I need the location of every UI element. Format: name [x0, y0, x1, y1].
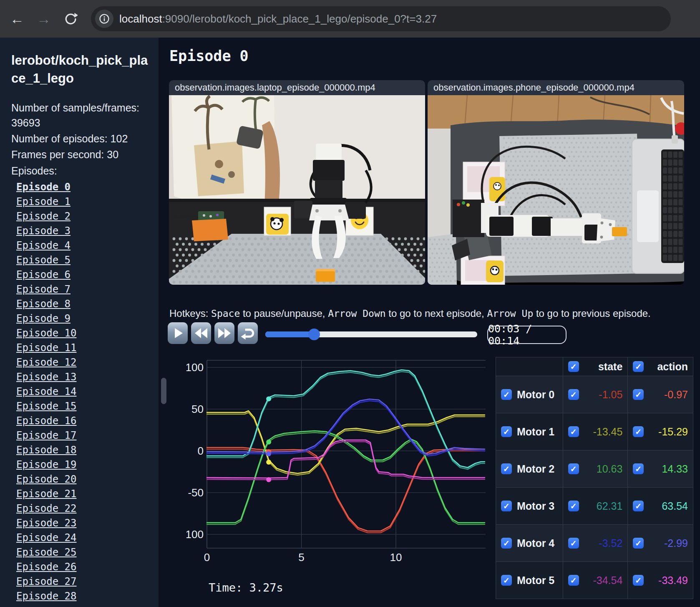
episode-list-item: Episode 6: [16, 268, 149, 282]
loop-button[interactable]: [238, 322, 258, 344]
rewind-icon: [194, 327, 208, 339]
motor-name-cell: ✓Motor 4: [496, 525, 563, 562]
browser-forward-button[interactable]: →: [34, 9, 53, 28]
loop-icon: [239, 325, 256, 341]
browser-back-button[interactable]: ←: [8, 9, 27, 28]
motor-name: Motor 1: [517, 426, 554, 438]
seek-slider[interactable]: [265, 331, 477, 337]
episode-link[interactable]: Episode 1: [16, 196, 71, 207]
episode-link[interactable]: Episode 3: [16, 225, 71, 237]
checkbox[interactable]: ✓: [568, 463, 579, 474]
motor-state-cell: ✓10.63: [563, 450, 628, 488]
checkbox[interactable]: ✓: [568, 575, 579, 586]
motor-table: ✓state✓action✓Motor 0✓-1.05✓-0.97✓Motor …: [496, 357, 693, 599]
episode-link[interactable]: Episode 26: [16, 561, 77, 573]
episode-link[interactable]: Episode 10: [16, 327, 77, 339]
motor-name-cell: ✓Motor 5: [496, 562, 563, 599]
checkbox[interactable]: ✓: [501, 538, 512, 549]
checkbox[interactable]: ✓: [501, 501, 512, 511]
episode-list-item: Episode 5: [16, 253, 149, 268]
episode-list-item: Episode 8: [16, 297, 149, 311]
checkbox[interactable]: ✓: [568, 501, 579, 511]
rewind-button[interactable]: [191, 322, 211, 344]
episode-link[interactable]: Episode 22: [16, 503, 77, 514]
fast-forward-button[interactable]: [214, 322, 234, 344]
episode-list-item: Episode 17: [16, 428, 149, 443]
episode-link[interactable]: Episode 13: [16, 371, 77, 383]
svg-text:10: 10: [390, 551, 402, 564]
episode-link[interactable]: Episode 17: [16, 430, 77, 441]
checkbox[interactable]: ✓: [633, 361, 644, 372]
svg-text:50: 50: [191, 403, 204, 415]
episode-link[interactable]: Episode 27: [16, 576, 77, 587]
checkbox[interactable]: ✓: [501, 426, 512, 437]
episode-link[interactable]: Episode 8: [16, 298, 71, 310]
url-bar[interactable]: localhost:9090/lerobot/koch_pick_place_1…: [91, 6, 671, 31]
checkbox[interactable]: ✓: [633, 463, 644, 474]
episode-link[interactable]: Episode 21: [16, 488, 77, 500]
episode-list-item: Episode 18: [16, 443, 149, 458]
episode-link[interactable]: Episode 23: [16, 517, 77, 529]
checkbox[interactable]: ✓: [633, 389, 644, 400]
table-row: ✓Motor 5✓-34.54✓-33.49: [496, 562, 693, 599]
video-label-phone: observation.images.phone_episode_000000.…: [428, 80, 684, 95]
episode-link[interactable]: Episode 7: [16, 283, 71, 295]
episode-link[interactable]: Episode 16: [16, 415, 77, 427]
episode-link[interactable]: Episode 18: [16, 444, 77, 456]
episode-link[interactable]: Episode 28: [16, 590, 77, 602]
episode-list-item: Episode 28: [16, 589, 149, 604]
hotkeys-text: Hotkeys: Space to pause/unpause, Arrow D…: [169, 308, 651, 319]
video-panel-phone[interactable]: observation.images.phone_episode_000000.…: [428, 80, 684, 285]
episode-list-item: Episode 22: [16, 501, 149, 516]
checkbox[interactable]: ✓: [568, 389, 579, 400]
episode-link[interactable]: Episode 24: [16, 532, 77, 544]
motor-action-value: -33.49: [649, 574, 688, 587]
episode-link[interactable]: Episode 0: [16, 181, 71, 193]
motor-action-cell: ✓-15.29: [628, 413, 693, 450]
scrollbar-thumb[interactable]: [161, 378, 166, 404]
episode-link[interactable]: Episode 14: [16, 386, 77, 397]
hotkey-text: to go to next episode,: [386, 308, 487, 319]
episode-link[interactable]: Episode 19: [16, 459, 77, 470]
episode-link[interactable]: Episode 12: [16, 357, 77, 368]
motor-chart[interactable]: 100500-50-1000510: [186, 355, 487, 564]
episode-list-item: Episode 21: [16, 487, 149, 501]
video-label-laptop: observation.images.laptop_episode_000000…: [169, 80, 425, 95]
episode-link[interactable]: Episode 9: [16, 313, 71, 324]
dataset-stats: Number of samples/frames: 39693Number of…: [11, 100, 149, 178]
sidebar: lerobot/koch_pick_place_1_lego Number of…: [0, 38, 159, 607]
site-info-button[interactable]: [95, 10, 113, 28]
table-row: ✓Motor 2✓10.63✓14.33: [496, 450, 693, 488]
browser-reload-button[interactable]: [61, 9, 80, 28]
episode-link[interactable]: Episode 20: [16, 473, 77, 485]
episode-link[interactable]: Episode 15: [16, 400, 77, 412]
motor-state-cell: ✓62.31: [563, 488, 628, 525]
checkbox[interactable]: ✓: [633, 426, 644, 437]
checkbox[interactable]: ✓: [568, 361, 579, 372]
checkbox[interactable]: ✓: [568, 426, 579, 437]
fast-forward-icon: [217, 327, 232, 339]
episode-list-item: Episode 9: [16, 311, 149, 326]
checkbox[interactable]: ✓: [633, 538, 644, 549]
checkbox[interactable]: ✓: [568, 538, 579, 549]
episode-link[interactable]: Episode 6: [16, 269, 71, 281]
motor-state-cell: ✓-3.52: [563, 525, 628, 562]
checkbox[interactable]: ✓: [501, 575, 512, 586]
play-button[interactable]: [168, 322, 188, 344]
video-panel-laptop[interactable]: observation.images.laptop_episode_000000…: [169, 80, 425, 285]
episode-link[interactable]: Episode 5: [16, 254, 71, 266]
checkbox[interactable]: ✓: [501, 389, 512, 400]
hotkey-key: Space: [211, 308, 240, 319]
motor-action-value: 14.33: [649, 463, 688, 475]
checkbox[interactable]: ✓: [501, 463, 512, 474]
episode-link[interactable]: Episode 25: [16, 546, 77, 558]
episode-link[interactable]: Episode 2: [16, 210, 71, 222]
url-host: localhost: [119, 13, 162, 25]
episode-list-item: Episode 19: [16, 458, 149, 472]
checkbox[interactable]: ✓: [633, 575, 644, 586]
motor-name: Motor 2: [517, 463, 554, 475]
episode-list-item: Episode 14: [16, 384, 149, 399]
episode-link[interactable]: Episode 4: [16, 240, 71, 251]
checkbox[interactable]: ✓: [633, 501, 644, 511]
episode-link[interactable]: Episode 11: [16, 342, 77, 354]
